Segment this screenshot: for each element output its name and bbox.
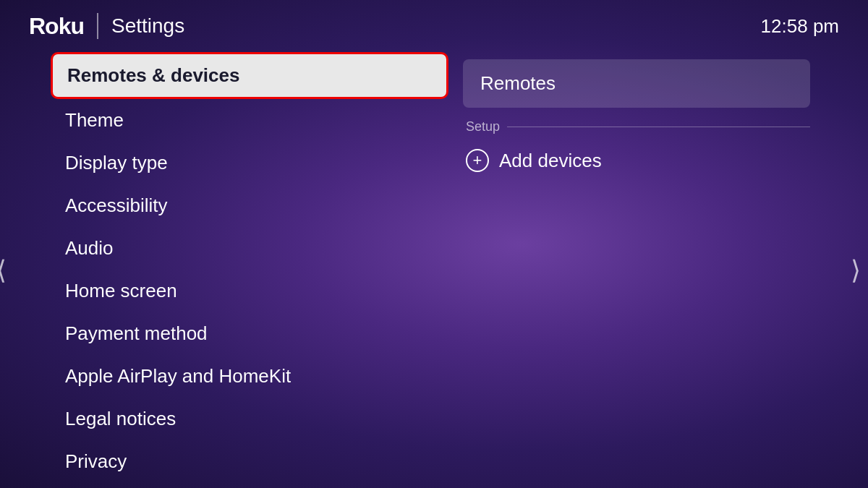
add-circle-icon: + [466, 149, 489, 172]
sidebar-item-accessibility[interactable]: Accessibility [51, 184, 448, 227]
panel-content: Remotes Setup + Add devices [463, 59, 810, 182]
sidebar-item-legal-notices[interactable]: Legal notices [51, 398, 448, 440]
right-arrow-icon[interactable]: ⟩ [851, 255, 861, 286]
main-content: ⟨ Remotes & devices Theme Display type A… [0, 52, 868, 488]
header: Roku Settings 12:58 pm [0, 0, 868, 52]
panel-item-remotes[interactable]: Remotes [463, 59, 810, 108]
roku-logo: Roku [29, 13, 84, 40]
clock-display: 12:58 pm [761, 15, 839, 38]
sidebar-item-privacy[interactable]: Privacy [51, 440, 448, 483]
sidebar-item-theme[interactable]: Theme [51, 99, 448, 142]
sidebar-item-audio[interactable]: Audio [51, 227, 448, 270]
sidebar-item-help[interactable]: Help [51, 483, 448, 488]
left-nav: ⟨ Remotes & devices Theme Display type A… [0, 52, 448, 488]
sidebar-item-payment-method[interactable]: Payment method [51, 312, 448, 355]
left-arrow-icon[interactable]: ⟨ [0, 255, 7, 286]
sidebar-item-display-type[interactable]: Display type [51, 142, 448, 184]
nav-items-list: Remotes & devices Theme Display type Acc… [51, 52, 448, 488]
panel-section-setup: Setup [466, 119, 810, 134]
right-panel: Remotes Setup + Add devices ⟩ [448, 52, 868, 488]
header-divider [97, 13, 98, 39]
section-divider [507, 127, 810, 127]
header-left: Roku Settings [29, 13, 184, 40]
sidebar-item-home-screen[interactable]: Home screen [51, 270, 448, 312]
panel-item-add-devices[interactable]: + Add devices [463, 139, 810, 182]
sidebar-item-remotes-devices[interactable]: Remotes & devices [51, 52, 448, 99]
sidebar-item-apple-airplay[interactable]: Apple AirPlay and HomeKit [51, 355, 448, 398]
header-title: Settings [111, 14, 184, 38]
